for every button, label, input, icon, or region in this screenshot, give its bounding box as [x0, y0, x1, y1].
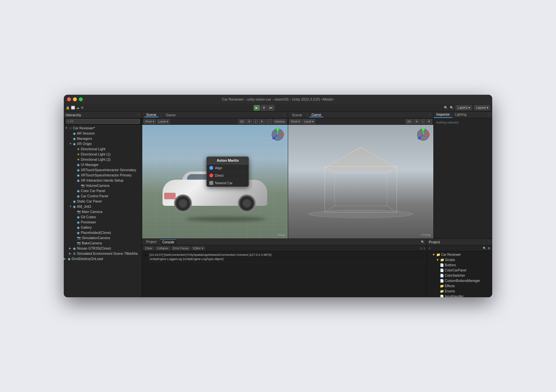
game-game-tab[interactable]: Game: [309, 113, 323, 117]
hierarchy-item-dir-light-2[interactable]: ☀ Directional Light (2): [64, 157, 142, 162]
hierarchy-item-dir-light[interactable]: ☀ Directional Light: [64, 146, 142, 152]
inspector-tab[interactable]: Inspector: [434, 112, 452, 118]
project-item-effects[interactable]: 📁 Effects: [427, 283, 492, 288]
popup-item-nearest[interactable]: Nearest Car: [207, 179, 249, 187]
hierarchy-item-am-jett[interactable]: ▼ ◉ AM_Jett1: [64, 204, 142, 209]
hierarchy-item-dont-destroy[interactable]: ▶ ◉ DontDestroyOnLoad: [64, 256, 142, 261]
inspector-menu-icon[interactable]: ⋮: [486, 112, 492, 118]
svg-point-21: [427, 133, 430, 136]
hierarchy-item-xr-origin[interactable]: ▼ ◉ XR Origin: [64, 141, 142, 146]
project-item-colorcar[interactable]: 📄 ColorCarPanel: [427, 268, 492, 273]
pause-button[interactable]: ⏸: [261, 105, 267, 111]
hierarchy-item-volume-camera[interactable]: 📷 VolumeCamera: [64, 183, 142, 188]
game-scene-tab[interactable]: Scene: [290, 113, 304, 117]
2d-toggle[interactable]: 2D: [238, 119, 246, 124]
game-lighting-toggle[interactable]: ☀: [414, 119, 420, 124]
game-fx-toggle[interactable]: ✦: [426, 119, 432, 124]
game-audio-toggle[interactable]: ♪: [421, 119, 426, 124]
game-pivot-dropdown[interactable]: Pivot ▾: [289, 119, 302, 124]
game-menu-icon[interactable]: ⋮: [428, 113, 431, 117]
hierarchy-item-git-cubes[interactable]: ◉ Git Cubes: [64, 214, 142, 220]
play-button[interactable]: ▶: [253, 105, 260, 111]
scene-view-options[interactable]: ⋯: [266, 119, 272, 124]
project-item-inputhandler[interactable]: 📄 InputHandler: [427, 294, 492, 297]
game-local-dropdown[interactable]: Local ▾: [303, 119, 315, 124]
layout-dropdown[interactable]: Layout ▾: [474, 105, 490, 110]
svg-point-6: [272, 137, 275, 139]
hierarchy-item-car-reviewer[interactable]: ▼ ☆ Car Reviewer*: [64, 125, 142, 131]
collapse-button[interactable]: Collapse: [155, 246, 170, 250]
hierarchy-item-color-car[interactable]: ◉ Color Car Panel: [64, 188, 142, 193]
console-tab[interactable]: Console: [160, 239, 176, 245]
fx-toggle[interactable]: ✦: [259, 119, 265, 124]
scene-menu-icon[interactable]: ⋮: [283, 113, 286, 117]
project-tree: ▼ 📁 Car Reviewer ▼ 📁 Scripts 📄 Buttons: [427, 251, 492, 297]
editor-dropdown[interactable]: Editor ▾: [192, 246, 205, 250]
game-gizmo: [416, 127, 431, 142]
scene-toolbar: Pivot ▾ Local ▾ 2D ☀ ♪ ✦ ⋯ Gizmos: [142, 118, 288, 125]
hierarchy-item-nissan[interactable]: ▶ ◉ Nissan GTR3S(Clone): [64, 246, 142, 251]
hierarchy-item-static-car[interactable]: ◉ Static Car Panel: [64, 199, 142, 204]
project-tab[interactable]: Project: [144, 239, 158, 244]
project-folder-car-reviewer[interactable]: ▼ 📁 Car Reviewer: [427, 252, 492, 257]
hierarchy-item-placeholded[interactable]: ◉ Placeholded(Clone): [64, 230, 142, 235]
hierarchy-item-sim-camera[interactable]: 📷 SimulationCamera: [64, 235, 142, 240]
hierarchy-item-dir-light-1[interactable]: ☀ Directional Light (1): [64, 152, 142, 157]
hierarchy-item-managers[interactable]: ◉ Managers: [64, 136, 142, 141]
hierarchy-item-xr-touch-sec[interactable]: ◉ XRTouchSpaceInteractor Secondary: [64, 167, 142, 172]
hierarchy-item-simulated-env[interactable]: ▶ ⚙ Simulated Environment Scene 79be64a:: [64, 251, 142, 256]
project-settings-btn[interactable]: ⚙: [487, 247, 491, 250]
project-item-enums[interactable]: 📁 Enums: [427, 288, 492, 294]
project-menu-icon[interactable]: ⋮: [487, 240, 490, 244]
project-folder-scripts[interactable]: ▼ 📁 Scripts: [427, 257, 492, 262]
game-viewport[interactable]: < Persp: [288, 125, 434, 238]
local-dropdown[interactable]: Local ▾: [157, 119, 170, 124]
hierarchy-item-main-camera[interactable]: 📷 Main Camera: [64, 209, 142, 214]
project-item-colorswitcher[interactable]: 📄 ColorSwitcher: [427, 273, 492, 278]
console-messages: ℹ [13:16:07] [NetConnection] PolySpatial…: [142, 251, 426, 297]
popup-nearest-label: Nearest Car: [215, 181, 233, 185]
hierarchy-item-previewer[interactable]: ◉ Previewer: [64, 220, 142, 225]
game-2d-toggle[interactable]: 2D: [406, 119, 413, 124]
traffic-lights: [67, 97, 83, 101]
project-item-buttons[interactable]: 📄 Buttons: [427, 262, 492, 268]
popup-direct-label: Direct: [215, 174, 223, 177]
error-pause-button[interactable]: Error Pause: [171, 246, 190, 250]
hierarchy-item-bake-camera[interactable]: 📷 BakeCamera: [64, 240, 142, 246]
console-search-icon[interactable]: 🔍: [421, 240, 425, 244]
scene-gizmo: [270, 127, 285, 142]
lighting-toggle[interactable]: ☀: [246, 119, 252, 124]
inspector-panel: Inspector Lighting ⋮ Nothing selected.: [433, 112, 492, 238]
close-button[interactable]: [67, 97, 71, 101]
gizmos-toggle[interactable]: Gizmos: [273, 119, 287, 124]
toolbar-right: 🔍 🔍 Layers ▾ Layout ▾: [444, 105, 490, 110]
hierarchy-item-car-control[interactable]: ◉ Car Control Panel: [64, 193, 142, 199]
project-search-icon[interactable]: 🔍: [483, 247, 486, 250]
hierarchy-search-input[interactable]: [66, 119, 140, 124]
hierarchy-item-xr-interaction[interactable]: ◉ XR Interaction Hands Setup: [64, 178, 142, 183]
minimize-button[interactable]: [73, 97, 77, 101]
popup-item-align[interactable]: Align: [207, 164, 249, 172]
hierarchy-item-ar-session[interactable]: ◉ AR Session: [64, 131, 142, 136]
popup-item-direct[interactable]: Direct: [207, 172, 249, 179]
audio-toggle[interactable]: ♪: [253, 119, 258, 124]
hierarchy-item-xr-touch-pri[interactable]: ◉ XRTouchSpaceInteractor Primary: [64, 172, 142, 178]
lighting-tab[interactable]: Lighting: [452, 112, 469, 118]
fullscreen-button[interactable]: [79, 97, 83, 101]
hierarchy-item-ui-manager[interactable]: ◉ UI Manager: [64, 162, 142, 167]
clear-button[interactable]: Clear: [144, 246, 154, 250]
search-label: 🔍: [450, 106, 454, 109]
step-button[interactable]: ⏭: [268, 105, 274, 111]
hierarchy-item-gallery[interactable]: ◉ Gallery: [64, 225, 142, 230]
layers-dropdown[interactable]: Layers ▾: [456, 105, 472, 110]
hierarchy-menu-icon[interactable]: ⋮: [137, 113, 140, 117]
scene-viewport[interactable]: Aston Martin Align Direct: [142, 125, 288, 238]
scene-tab[interactable]: Scene: [144, 113, 158, 117]
hierarchy-panel: Hierarchy ⋮ ▼ ☆ Car Reviewer* ◉ AR Sessi…: [64, 112, 142, 297]
pavilion-structure: [315, 144, 407, 216]
game-tab[interactable]: Game: [164, 113, 178, 117]
panels-right: Scene | Game ⋮ Pivot ▾ Local ▾ 2D ☀ ♪ ✦ …: [142, 112, 492, 297]
project-item-custombtnmgr[interactable]: 📄 CustomButtonsManager: [427, 278, 492, 283]
project-add-btn[interactable]: +: [428, 247, 431, 250]
pivot-dropdown[interactable]: Pivot ▾: [144, 119, 156, 124]
